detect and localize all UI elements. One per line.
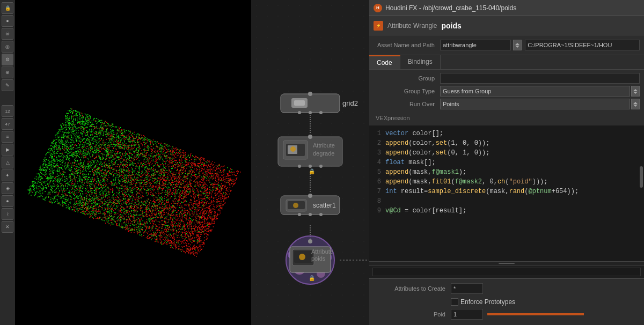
tab-bindings[interactable]: Bindings <box>400 55 441 69</box>
toolbar-circle[interactable]: ● <box>2 195 13 207</box>
tabs-bar: Code Bindings <box>369 55 644 70</box>
params-section: Group Group Type Guess from Group Run Ov… <box>369 70 644 113</box>
line-num-5: 5 <box>372 167 381 177</box>
toolbar-active[interactable]: ⚙ <box>2 54 13 65</box>
svg-text:scatter1: scatter1 <box>313 202 336 209</box>
group-type-select: Guess from Group <box>440 86 640 97</box>
toolbar-sep <box>2 92 13 104</box>
group-type-row: Group Type Guess from Group <box>374 85 640 98</box>
code-line-6-content: append(mask,fit01(f@mask2, 0,ch("poid"))… <box>385 177 548 187</box>
toolbar-num2[interactable]: 47 <box>2 118 13 130</box>
run-over-select: Points <box>440 99 640 109</box>
bottom-properties: Attributes to Create * Enforce Prototype… <box>369 278 644 325</box>
svg-point-22 <box>298 165 301 168</box>
code-line-5-content: append(mask,f@mask1); <box>385 167 466 177</box>
vexpression-label-row: VEXpression <box>369 113 644 125</box>
code-line-5: 5 append(mask,f@mask1); <box>372 167 641 177</box>
toolbar-diamond[interactable]: ◈ <box>2 182 13 194</box>
tab-code[interactable]: Code <box>369 55 400 69</box>
group-type-arrows[interactable] <box>631 86 640 97</box>
svg-text:Attribute: Attribute <box>313 142 335 149</box>
code-line-3: 3 append(color,set(0, 1, 0)); <box>372 148 641 158</box>
run-over-arrows[interactable] <box>631 99 640 109</box>
vexpression-label: VEXpression <box>374 114 640 122</box>
code-line-3-content: append(color,set(0, 1, 0)); <box>385 148 489 158</box>
text-input-area[interactable] <box>372 268 641 276</box>
attr-create-value[interactable]: * <box>451 283 483 294</box>
node-type-icon: ⚡ <box>374 21 383 31</box>
toolbar-edit[interactable]: ✎ <box>2 79 13 91</box>
poid-slider[interactable] <box>487 313 584 315</box>
group-type-value[interactable]: Guess from Group <box>440 86 630 97</box>
asset-name-arrows[interactable] <box>513 40 522 50</box>
resize-handle[interactable] <box>369 261 644 265</box>
line-num-1: 1 <box>372 129 381 138</box>
toolbar-num1[interactable]: 12 <box>2 105 13 117</box>
svg-point-43 <box>299 254 305 260</box>
svg-point-23 <box>309 165 312 168</box>
viewport-3d[interactable] <box>15 0 251 325</box>
svg-point-33 <box>309 213 312 216</box>
code-line-1-content: vector color[]; <box>385 129 443 138</box>
line-num-2: 2 <box>372 138 381 148</box>
svg-rect-6 <box>281 94 340 113</box>
asset-path-value[interactable]: C:/PROGRA~1/SIDEEF~1/HOU <box>525 40 640 50</box>
svg-point-32 <box>298 213 301 216</box>
toolbar-close[interactable]: ✕ <box>2 221 13 233</box>
poid-row: Poid 1 <box>374 308 640 321</box>
group-input[interactable] <box>440 73 640 84</box>
asset-name-path-label: Asset Name and Path <box>374 42 438 48</box>
svg-text:degrade: degrade <box>313 150 334 157</box>
node-name-label: poids <box>442 21 462 30</box>
toolbar-tri[interactable]: △ <box>2 157 13 168</box>
code-line-6: 6 append(mask,fit01(f@mask2, 0,ch("poid"… <box>372 177 641 187</box>
line-num-7: 7 <box>372 187 381 196</box>
toolbar-lines[interactable]: ≡ <box>2 131 13 143</box>
toolbar-star[interactable]: ✦ <box>2 169 13 181</box>
code-line-9: 9 v@Cd = color[result]; <box>372 206 641 216</box>
toolbar-wave[interactable]: ≀ <box>2 208 13 220</box>
asset-name-path-section: Asset Name and Path attribwrangle C:/PRO… <box>369 35 644 55</box>
node-header: ⚡ Attribute Wrangle poids <box>369 16 644 35</box>
svg-point-11 <box>298 111 301 114</box>
attr-create-row: Attributes to Create * <box>374 282 640 295</box>
asset-name-path-row: Asset Name and Path attribwrangle C:/PRO… <box>374 39 640 51</box>
left-toolbar: 🔒 ● ☠ ◎ ⚙ ⊕ ✎ 12 47 ≡ ▶ △ ✦ ◈ ● ≀ ✕ <box>0 0 15 325</box>
toolbar-lock[interactable]: 🔒 <box>2 2 13 14</box>
code-line-7-content: int result=sample_discrete(mask,rand(@pt… <box>385 187 579 196</box>
poid-label: Poid <box>374 311 449 317</box>
toolbar-settings2[interactable]: ⊕ <box>2 67 13 78</box>
toolbar-play[interactable]: ▶ <box>2 144 13 156</box>
enforce-label: Enforce Prototypes <box>460 298 515 306</box>
toolbar-skull[interactable]: ☠ <box>2 28 13 40</box>
group-type-down-icon <box>633 92 638 94</box>
input-bar[interactable] <box>369 265 644 278</box>
poid-value[interactable]: 1 <box>451 309 483 320</box>
node-graph[interactable]: grid2 Attribute degrade 🔒 scatter1 <box>251 0 369 325</box>
code-editor[interactable]: 1 vector color[]; 2 append(color,set(1, … <box>369 125 644 261</box>
group-type-label: Group Type <box>374 88 438 94</box>
toolbar-target[interactable]: ◎ <box>2 41 13 53</box>
asset-name-value[interactable]: attribwrangle <box>440 40 511 50</box>
run-over-value[interactable]: Points <box>440 99 630 109</box>
attr-create-label: Attributes to Create <box>374 285 449 292</box>
line-num-4: 4 <box>372 158 381 167</box>
svg-point-24 <box>319 165 323 168</box>
svg-text:Attribute: Attribute <box>311 248 333 255</box>
line-num-3: 3 <box>372 148 381 158</box>
arrow-up-icon <box>515 43 519 45</box>
svg-text:🔒: 🔒 <box>309 275 316 282</box>
run-over-down-icon <box>633 105 638 107</box>
code-line-2-content: append(color,set(1, 0, 0)); <box>385 138 489 148</box>
code-line-2: 2 append(color,set(1, 0, 0)); <box>372 138 641 148</box>
node-type-label: Attribute Wrangle <box>387 22 437 29</box>
window-title: Houdini FX - /obj/crowd_crabe_115-040/po… <box>385 4 516 12</box>
svg-point-34 <box>319 213 323 216</box>
toolbar-view[interactable]: ● <box>2 15 13 27</box>
enforce-checkbox[interactable] <box>451 298 458 306</box>
line-num-9: 9 <box>372 206 381 216</box>
svg-point-29 <box>293 203 298 208</box>
scrollbar-handle[interactable] <box>640 166 643 188</box>
svg-text:poids: poids <box>311 255 326 262</box>
group-type-up-icon <box>633 89 638 91</box>
